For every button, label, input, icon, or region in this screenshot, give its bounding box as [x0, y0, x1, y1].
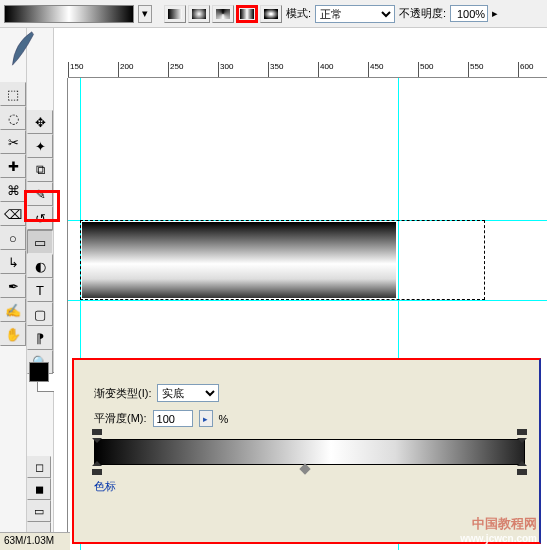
smoothness-input[interactable] — [153, 410, 193, 427]
quickmask-button[interactable]: ◼ — [27, 478, 51, 500]
opacity-input[interactable] — [450, 5, 488, 22]
smoothness-unit: % — [219, 413, 229, 425]
opacity-label: 不透明度: — [399, 6, 446, 21]
color-stop-right[interactable] — [517, 465, 527, 475]
gradient-type-group — [164, 5, 282, 23]
app-logo-feather-icon — [4, 30, 42, 74]
gradient-bar-editor[interactable] — [94, 439, 525, 465]
gradient-linear-button[interactable] — [164, 5, 186, 23]
slice-tool[interactable]: ⧉ — [27, 158, 53, 182]
foreground-swatch[interactable] — [29, 362, 49, 382]
vertical-ruler — [54, 78, 68, 550]
blur-tool[interactable]: ○ — [0, 226, 26, 250]
gradient-tool[interactable]: ▭ — [27, 230, 53, 254]
gradient-reflected-button[interactable] — [236, 5, 258, 23]
gradient-options-bar: ▾ 模式: 正常 不透明度: ▸ — [0, 0, 547, 28]
gradient-preset-dropdown[interactable]: ▾ — [138, 5, 152, 23]
pen-tool[interactable]: ✒ — [0, 274, 26, 298]
midpoint-diamond[interactable] — [299, 463, 310, 474]
status-bar: 63M/1.03M — [0, 532, 70, 550]
path-tool[interactable]: ↳ — [0, 250, 26, 274]
colorstop-section-label: 色标 — [94, 479, 525, 494]
quickmask-std-button[interactable]: ◻ — [27, 456, 51, 478]
gradient-type-select[interactable]: 实底 — [157, 384, 219, 402]
toolbox-left: ⬚ ◌ ✂ ✚ ⌘ ⌫ ○ ↳ ✒ ✍ ✋ — [0, 28, 27, 550]
gradient-radial-button[interactable] — [188, 5, 210, 23]
gradient-preset-preview[interactable] — [4, 5, 134, 23]
color-stop-left[interactable] — [92, 465, 102, 475]
smoothness-arrow-icon[interactable]: ▸ — [199, 410, 213, 427]
horizontal-ruler: 150 200 250 300 350 400 450 500 550 600 … — [68, 62, 547, 78]
watermark: 中国教程网 www.jcwcn.com — [460, 515, 537, 544]
marquee-tool[interactable]: ⬚ — [0, 82, 26, 106]
smoothness-label: 平滑度(M): — [94, 411, 147, 426]
gradient-diamond-button[interactable] — [260, 5, 282, 23]
eraser-tool[interactable]: ⌫ — [0, 202, 26, 226]
highlight-gradient-tool — [24, 190, 60, 222]
opacity-stop-right[interactable] — [517, 429, 527, 439]
gradient-type-label: 渐变类型(I): — [94, 386, 151, 401]
heal-tool[interactable]: ✚ — [0, 154, 26, 178]
doc-size-status: 63M/1.03M — [4, 535, 54, 546]
crop-tool[interactable]: ✂ — [0, 130, 26, 154]
opacity-stop-left[interactable] — [92, 429, 102, 439]
wand-tool[interactable]: ✦ — [27, 134, 53, 158]
opacity-arrow-icon[interactable]: ▸ — [492, 7, 498, 20]
shape-tool[interactable]: ▢ — [27, 302, 53, 326]
notes-tool[interactable]: ✍ — [0, 298, 26, 322]
stamp-tool[interactable]: ⌘ — [0, 178, 26, 202]
selection-marquee — [80, 220, 485, 300]
toolbox-right: ✥ ✦ ⧉ ✎ ↺ ▭ ◐ T ▢ ⁋ 🔍 ◻ ◼ ▭ ▬ ▬ ⇆ — [27, 28, 54, 550]
move-tool[interactable]: ✥ — [27, 110, 53, 134]
gradient-angle-button[interactable] — [212, 5, 234, 23]
dodge-tool[interactable]: ◐ — [27, 254, 53, 278]
lasso-tool[interactable]: ◌ — [0, 106, 26, 130]
blend-mode-select[interactable]: 正常 — [315, 5, 395, 23]
screen-std-button[interactable]: ▭ — [27, 500, 51, 522]
type-tool[interactable]: T — [27, 278, 53, 302]
guide-horizontal[interactable] — [68, 300, 547, 301]
eyedrop-tool[interactable]: ⁋ — [27, 326, 53, 350]
gradient-preview-bar[interactable] — [94, 439, 525, 465]
mode-label: 模式: — [286, 6, 311, 21]
hand-tool[interactable]: ✋ — [0, 322, 26, 346]
